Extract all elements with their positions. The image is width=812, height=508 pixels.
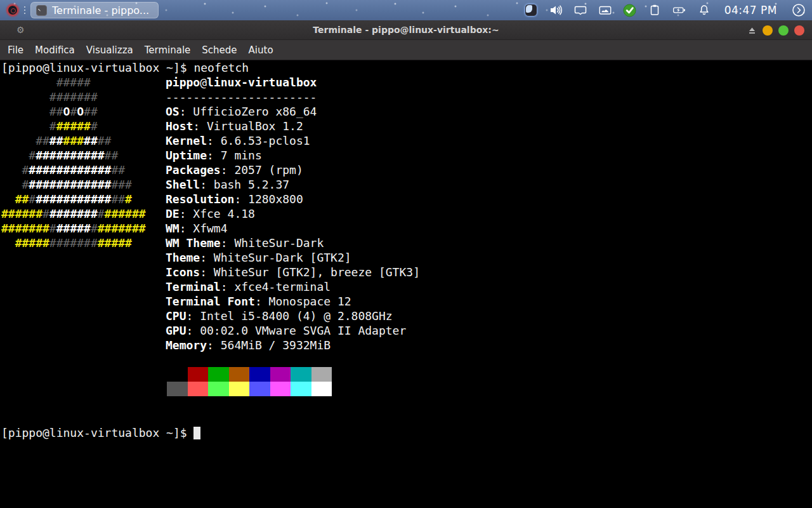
color-swatch [291, 382, 311, 396]
color-swatch [188, 382, 209, 396]
color-swatch [167, 367, 188, 382]
color-swatch [270, 382, 291, 396]
window-titlebar: ⚙ Terminale - pippo@linux-virtualbox:~ [0, 20, 812, 40]
color-swatch [208, 367, 229, 382]
menu-item-file[interactable]: File [2, 41, 29, 59]
window-title: Terminale - pippo@linux-virtualbox:~ [0, 25, 812, 35]
battery-charging-icon[interactable] [672, 2, 686, 18]
text-cursor [193, 427, 200, 439]
notification-bubble-icon[interactable] [573, 2, 587, 18]
software-updates-icon[interactable] [623, 2, 637, 18]
color-swatch [270, 367, 291, 382]
shade-button[interactable] [747, 25, 757, 36]
color-swatch [188, 367, 209, 382]
maximize-button[interactable] [778, 25, 789, 36]
workspace-switcher-icon[interactable] [524, 2, 538, 18]
terminal-color-palette [167, 367, 332, 396]
clipboard-icon[interactable] [648, 2, 662, 18]
color-swatch [311, 367, 332, 382]
close-button[interactable] [794, 25, 804, 36]
color-swatch [311, 382, 332, 396]
notification-bell-icon[interactable] [697, 2, 711, 18]
prompt-line-current: [pippo@linux-virtualbox ~]$ [1, 425, 200, 440]
distro-menu-icon [7, 4, 18, 16]
minimize-button[interactable] [763, 25, 773, 36]
color-swatch [167, 382, 188, 396]
menu-item-terminale[interactable]: Terminale [139, 41, 197, 59]
color-swatch [249, 367, 270, 382]
palette-row-normal [167, 367, 332, 382]
terminal-icon [36, 5, 47, 16]
menu-item-aiuto[interactable]: Aiuto [243, 41, 279, 59]
neofetch-info: pippo@linux-virtualbox -----------------… [166, 75, 420, 352]
color-swatch [208, 382, 229, 396]
color-swatch [249, 382, 270, 396]
terminal-window: ⚙ Terminale - pippo@linux-virtualbox:~ F… [0, 20, 812, 508]
palette-row-bright [167, 382, 332, 396]
color-swatch [291, 367, 311, 382]
menu-item-visualizza[interactable]: Visualizza [81, 41, 139, 59]
volume-icon[interactable] [549, 2, 563, 18]
panel-drag-handle[interactable] [23, 4, 27, 16]
panel-expand-icon[interactable] [792, 2, 806, 18]
app-menu-button[interactable] [3, 1, 22, 20]
shell-command: neofetch [193, 61, 249, 74]
display-wallpaper-icon[interactable] [598, 2, 612, 18]
top-panel: Terminale - pippo... [0, 0, 812, 20]
panel-clock[interactable]: 04:47 PM [724, 4, 777, 17]
shell-prompt: [pippo@linux-virtualbox ~]$ [1, 426, 193, 439]
prompt-line: [pippo@linux-virtualbox ~]$ neofetch [1, 60, 249, 75]
taskbar-button-label: Terminale - pippo... [52, 4, 149, 17]
gear-icon: ⚙ [16, 25, 26, 35]
menu-item-schede[interactable]: Schede [196, 41, 242, 59]
color-swatch [229, 382, 250, 396]
neofetch-ascii-logo: ##### ####### ##O#O## ####### ##########… [1, 75, 146, 250]
terminal-screen[interactable]: [pippo@linux-virtualbox ~]$ neofetch ###… [0, 60, 812, 508]
desktop: Terminale - pippo... [0, 0, 812, 508]
menu-item-modifica[interactable]: Modifica [29, 41, 81, 59]
menubar: FileModificaVisualizzaTerminaleSchedeAiu… [0, 40, 812, 60]
shell-prompt: [pippo@linux-virtualbox ~]$ [1, 61, 193, 74]
taskbar-button-terminal[interactable]: Terminale - pippo... [30, 2, 159, 18]
color-swatch [229, 367, 250, 382]
